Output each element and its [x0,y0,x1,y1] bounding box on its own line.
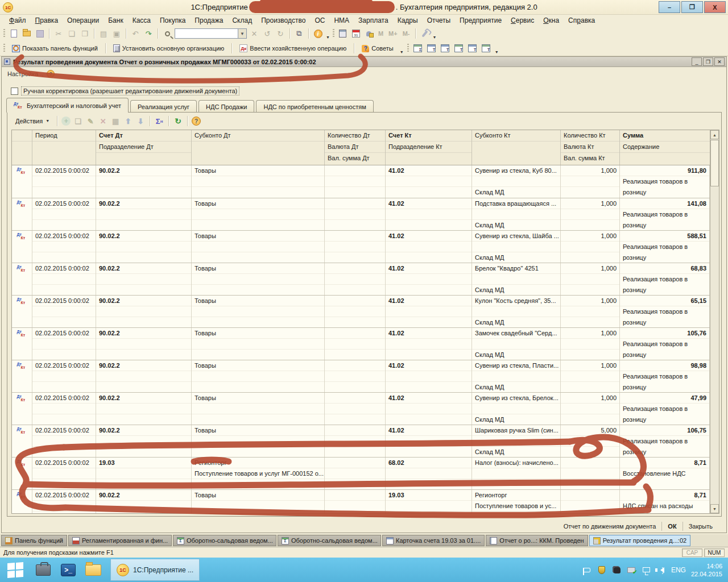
new-document-icon[interactable] [8,28,19,39]
card-check-icon[interactable] [627,566,636,575]
powershell-button[interactable]: >_ [56,558,81,582]
restore-button[interactable]: ❐ [681,1,703,13]
vertical-scrollbar[interactable]: ▲ ▼ [710,130,719,513]
menu-item-Справка[interactable]: Справка [564,15,599,26]
search-icon[interactable] [162,28,173,39]
info-dropdown-icon[interactable]: ▼ [326,35,330,41]
document-titlebar[interactable]: Результат проведения документа Отчет о р… [2,57,726,67]
table-row[interactable]: ДтКт02.02.2015 0:00:0290.02.2Товары41.02… [12,230,710,263]
move-down-icon[interactable]: ⬇ [135,116,146,126]
volume-icon[interactable] [656,566,666,575]
menu-item-Сервис[interactable]: Сервис [506,15,539,26]
network-icon[interactable] [642,566,651,575]
paste-icon[interactable]: ❒ [79,28,90,39]
user-lock-icon[interactable] [363,28,375,39]
tab-3[interactable]: НДС Продажи [198,100,254,113]
doc-restore-button[interactable]: ❐ [703,57,713,66]
move-up-icon[interactable]: ⬆ [123,116,133,126]
clock[interactable]: 14:06 22.04.2015 [691,562,722,578]
window-bar-button[interactable]: Панель функций [1,535,67,546]
scroll-down-icon[interactable]: ▼ [710,504,719,513]
find-prev-icon[interactable]: ↻ [275,28,286,39]
menu-item-Операции[interactable]: Операции [63,15,104,26]
scrollbar-thumb[interactable] [710,140,719,186]
minimize-button[interactable]: – [659,1,680,13]
doc-close-button[interactable]: ✕ [714,57,725,66]
account-card-report-icon[interactable]: Т [467,43,478,54]
find-next-icon[interactable]: ↺ [262,28,273,39]
actions-menu-button[interactable]: Действия▼ [12,116,53,126]
back-icon[interactable]: ↶ [130,28,141,39]
menu-item-Правка[interactable]: Правка [31,15,63,26]
menu-item-Зарплата[interactable]: Зарплата [354,15,393,26]
subconto-analysis-report-icon[interactable]: Т [453,43,465,54]
window-bar-button[interactable]: Регламентированная и фин... [68,535,172,546]
settings-link[interactable]: Настройка... [7,70,43,77]
set-main-organization-button[interactable]: Установить основную организацию [110,43,228,53]
table-row[interactable]: ДтКт02.02.2015 0:00:0290.02.2Товары41.02… [12,360,710,392]
clear-search-icon[interactable]: ✕ [249,28,260,39]
tab-1[interactable]: ДтКтБухгалтерский и налоговый учет [6,98,129,113]
table-row[interactable]: ДтКт02.02.2015 0:00:0290.02.2Товары41.02… [12,295,710,327]
account-turnover-report-icon[interactable]: Т [426,43,437,54]
account-analysis-report-icon[interactable]: Т [440,43,451,54]
menu-item-Производство[interactable]: Производство [257,15,310,26]
table-row[interactable]: ДтКт02.02.2015 0:00:0290.02.2Товары19.03… [12,489,710,513]
action-center-flag-icon[interactable] [582,566,592,575]
window-bar-button[interactable]: ΣОборотно-сальдовая ведом... [278,535,381,546]
doc-minimize-button[interactable]: _ [692,57,702,66]
forward-icon[interactable]: ↷ [143,28,154,39]
print-preview-icon[interactable]: ▣ [111,28,122,39]
info-icon[interactable]: i [312,28,324,39]
calc-m-plus-button[interactable]: M+ [387,30,399,37]
tips-button[interactable]: ? Советы [358,44,396,53]
cut-icon[interactable]: ✂ [53,28,64,39]
refresh-icon[interactable]: ↻ [173,116,183,126]
window-bar-button[interactable]: Карточка счета 19.03 за 01.... [382,535,485,546]
table-row[interactable]: ДтКт02.02.2015 0:00:0290.02.2Товары41.02… [12,392,710,425]
menu-item-Окна[interactable]: Окна [539,15,564,26]
ok-button[interactable]: ОК [662,522,682,531]
window-bar-button[interactable]: ΣОборотно-сальдовая ведом... [173,535,276,546]
table-row[interactable]: ДтКт02.02.2015 0:00:0290.02.2Товары41.02… [12,165,710,198]
manual-correction-label[interactable]: Ручная корректировка (разрешает редактир… [21,86,239,95]
window-bar-button[interactable]: Результат проведения д...:02 [589,535,691,546]
posting-report-icon[interactable]: Т [481,43,492,54]
toolbar-grip[interactable] [3,29,5,38]
help-icon[interactable]: ? [47,70,55,78]
close-document-button[interactable]: Закрыть [683,522,718,531]
menu-item-НМА[interactable]: НМА [329,15,354,26]
calc-m-button[interactable]: M [377,30,385,37]
calculator-icon[interactable] [337,28,349,39]
close-button[interactable]: X [704,1,726,13]
menu-item-Банк[interactable]: Банк [104,15,127,26]
start-button[interactable] [0,558,31,582]
scroll-up-icon[interactable]: ▲ [710,130,719,139]
language-indicator[interactable]: ENG [671,566,686,574]
reports-dropdown-icon[interactable]: ▼ [495,50,499,56]
server-manager-button[interactable] [31,558,56,582]
menu-item-Кадры[interactable]: Кадры [393,15,423,26]
service-dropdown-icon[interactable]: ▼ [433,35,437,41]
table-row[interactable]: ДтКт02.02.2015 0:00:0219.03РегионторгПос… [12,457,710,489]
copy-icon[interactable]: ❏ [66,28,77,39]
copy-windows-icon[interactable]: ⧉ [293,28,305,39]
turnover-balance-report-icon[interactable]: Σ [412,43,424,54]
totals-icon[interactable]: Σн [154,116,164,126]
toolbar-grip[interactable] [3,44,5,53]
menu-item-Продажа[interactable]: Продажа [190,15,228,26]
add-row-icon[interactable]: + [61,117,71,126]
save-rows-icon[interactable]: ▦ [110,116,121,126]
search-input[interactable] [175,28,238,39]
calc-m-minus-button[interactable]: M- [401,30,412,37]
menu-item-ОС[interactable]: ОС [310,15,329,26]
menu-item-Файл[interactable]: Файл [5,15,31,26]
tab-2[interactable]: Реализация услуг [130,100,197,113]
tips-dropdown-icon[interactable]: ▼ [400,50,404,56]
show-functions-panel-button[interactable]: Показать панель функций [9,44,101,53]
menu-item-Отчеты[interactable]: Отчеты [423,15,455,26]
copy-row-icon[interactable]: ❏ [73,116,83,126]
print-icon[interactable]: ▤ [98,28,109,39]
table-row[interactable]: ДтКт02.02.2015 0:00:0290.02.2Товары41.02… [12,327,710,360]
table-row[interactable]: ДтКт02.02.2015 0:00:0290.02.2Товары41.02… [12,263,710,295]
